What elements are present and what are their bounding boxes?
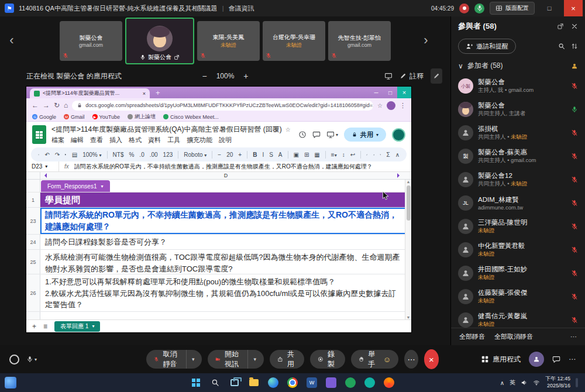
reload-icon[interactable]: ↻ [54, 101, 60, 109]
active-speaker-thumbnail[interactable]: 製藥公會 [125, 18, 194, 64]
new-tab-button[interactable]: + [156, 88, 160, 97]
orange-app-icon[interactable] [382, 376, 396, 390]
filmstrip-prev-button[interactable]: ‹ [5, 33, 19, 48]
muted-mic-icon[interactable] [571, 129, 578, 136]
row-number[interactable]: 25 [26, 250, 40, 274]
cell[interactable]: 1.不好意思可以再幫我解釋前處理單元和使用點(pou)的微生物取樣量和規範標準值… [40, 274, 411, 311]
paint-format-icon[interactable]: ▤ [72, 152, 77, 158]
filmstrip-next-button[interactable]: › [419, 33, 433, 48]
url-field[interactable]: docs.google.com/spreadsheets/d/1pyUoPM3L… [72, 101, 373, 111]
horizontal-align-button[interactable]: ≡▾ [331, 152, 337, 158]
create-filter-icon[interactable] [380, 151, 381, 159]
record-button[interactable]: 錄製 [310, 350, 345, 369]
collapse-toolbar-icon[interactable]: ∧ [395, 152, 400, 158]
webex-icon[interactable] [363, 376, 377, 390]
menu-insert[interactable]: 插入 [109, 136, 122, 145]
share-button[interactable]: 共用▾ [344, 128, 386, 142]
font-size-increase[interactable]: + [238, 152, 242, 158]
participant-row[interactable]: 製藥公會12 共同主持人 • 未驗證 [451, 168, 585, 191]
word-icon[interactable]: W [305, 376, 319, 390]
close-tab-icon[interactable]: × [143, 91, 146, 97]
green-app-icon[interactable] [343, 376, 357, 390]
notification-center-icon[interactable] [576, 378, 578, 387]
chat-icon[interactable] [552, 355, 560, 363]
active-mic-icon[interactable] [571, 106, 578, 113]
more-panels-icon[interactable]: ⋯ [569, 355, 576, 363]
more-options-icon[interactable]: ⋯ [570, 333, 577, 341]
participant-row[interactable]: 三洋藥品-陳世明 未驗證 [451, 215, 585, 238]
form-responses-tab[interactable]: Form_Responses1▾ [41, 180, 110, 192]
font-select[interactable]: Roboto ▾ [184, 152, 207, 158]
video-options-caret[interactable]: ▾ [247, 350, 256, 369]
text-wrap-button[interactable]: ↩ [350, 152, 355, 158]
sheet-tab[interactable]: 表單回應 1▾ [54, 321, 100, 332]
text-color-button[interactable]: A [278, 152, 283, 158]
chrome-icon[interactable] [285, 376, 300, 390]
percent-format-button[interactable]: % [129, 152, 134, 158]
browser-maximize-button[interactable]: □ [383, 90, 397, 96]
browser-close-button[interactable]: × [397, 87, 411, 98]
row-number[interactable]: 26 [26, 274, 40, 311]
google-sheets-icon[interactable] [32, 125, 46, 144]
version-history-icon[interactable] [298, 130, 307, 139]
insert-chart-icon[interactable] [373, 151, 374, 159]
vertical-scrollbar[interactable]: ▲ ▼ [405, 180, 411, 319]
scroll-down-icon[interactable]: ▼ [407, 315, 411, 319]
muted-mic-icon[interactable] [571, 270, 578, 277]
mic-settings-icon[interactable]: ▾ [26, 356, 37, 363]
redo-icon[interactable]: ↷ [55, 152, 60, 158]
annotate-button[interactable]: 註釋 [400, 71, 424, 81]
browser-profile-avatar[interactable] [387, 101, 395, 110]
browser-menu-icon[interactable]: ⋮ [400, 102, 406, 109]
all-sheets-button[interactable]: ≡ [43, 322, 47, 331]
widgets-icon[interactable] [5, 377, 16, 388]
comments-icon[interactable] [312, 130, 321, 139]
zoom-select[interactable]: 100% ▾ [82, 152, 101, 158]
leave-meeting-button[interactable]: × [424, 349, 439, 369]
menu-data[interactable]: 資料 [148, 136, 161, 145]
add-sheet-button[interactable]: + [32, 322, 36, 331]
menu-view[interactable]: 查看 [90, 136, 103, 145]
ime-language-indicator[interactable]: 英 [510, 379, 515, 387]
back-icon[interactable]: ← [32, 101, 39, 109]
font-size-decrease[interactable]: − [218, 152, 221, 158]
menu-tools[interactable]: 工具 [167, 136, 180, 145]
audio-indicator-icon[interactable] [474, 4, 484, 13]
reactions-icon[interactable]: ☺ [383, 355, 391, 364]
participant-row[interactable]: 張掛棋 共同主持人 • 未驗證 [451, 121, 585, 145]
name-box[interactable]: D23▾ [26, 161, 59, 171]
edge-icon[interactable] [266, 376, 280, 390]
merge-cells-button[interactable]: ▦ [314, 152, 319, 158]
menu-extensions[interactable]: 擴充功能 [187, 136, 212, 145]
participant-thumbnail[interactable]: 製藥公會 gmail.com [60, 21, 122, 61]
search-menus-icon[interactable] [38, 151, 39, 159]
star-icon[interactable]: ☆ [285, 126, 291, 133]
muted-mic-icon[interactable] [571, 176, 578, 183]
muted-mic-icon[interactable] [571, 200, 578, 207]
participant-row[interactable]: 製藥公會 共同主持人, 主講者 [451, 98, 585, 121]
purple-app-icon[interactable] [324, 376, 338, 390]
muted-mic-icon[interactable] [571, 293, 578, 300]
close-panel-icon[interactable] [571, 23, 578, 30]
menu-help[interactable]: 說明 [219, 136, 232, 145]
task-view-icon[interactable] [228, 376, 242, 390]
increase-decimal-button[interactable]: .00 [150, 152, 158, 158]
apps-button[interactable]: 應用程式 [481, 355, 521, 365]
present-icon[interactable]: ▾ [326, 130, 338, 139]
bookmark-item[interactable]: ▶YouTube [92, 114, 120, 120]
empty-cell[interactable] [40, 312, 411, 319]
muted-mic-icon[interactable] [571, 223, 578, 230]
row-number[interactable]: 24 [26, 235, 40, 249]
bookmark-item[interactable]: Cisco Webex Meet... [163, 114, 219, 120]
restore-window-button[interactable]: □ [540, 0, 559, 16]
search-participants-icon[interactable] [558, 43, 565, 50]
participant-row[interactable]: 小製 製藥公會 主持人, 我 • gmail.com [451, 74, 585, 98]
taskbar-clock[interactable]: 下午 12:45 2025/8/16 [545, 376, 570, 389]
menu-file[interactable]: 檔案 [51, 136, 64, 145]
muted-mic-icon[interactable] [571, 153, 578, 160]
insert-link-icon[interactable] [366, 151, 367, 159]
cell[interactable]: 水系統檢測有可能微生物檢測值很高，TOC跟導電度卻超級低嗎?因為微生物本身的代謝… [40, 250, 411, 274]
italic-button[interactable]: I [262, 152, 264, 158]
print-icon[interactable] [65, 151, 66, 159]
home-icon[interactable]: ⌂ [64, 101, 68, 109]
